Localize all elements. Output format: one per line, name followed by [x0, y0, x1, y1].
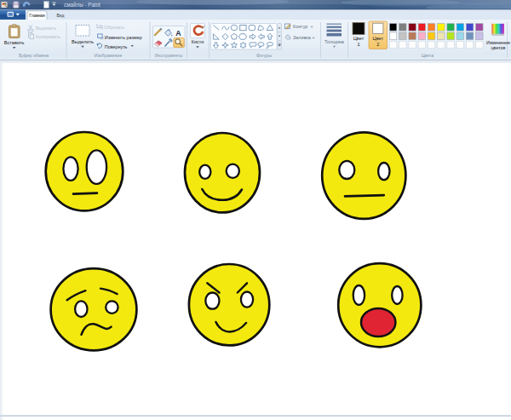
svg-text:1: 1 [357, 42, 359, 47]
svg-text:Обрезать: Обрезать [104, 25, 124, 30]
svg-text:Вставить: Вставить [4, 40, 25, 45]
svg-text:Фигуры: Фигуры [256, 53, 272, 58]
svg-text:Вырезать: Вырезать [36, 26, 56, 31]
svg-text:Копировать: Копировать [36, 34, 60, 39]
svg-text:A: A [175, 29, 181, 37]
svg-text:Главная: Главная [29, 13, 45, 18]
svg-text:Изображение: Изображение [95, 53, 123, 58]
svg-text:Кисти: Кисти [192, 39, 204, 44]
svg-text:цветов: цветов [491, 45, 506, 50]
svg-text:2: 2 [376, 42, 379, 47]
svg-text:Цвета: Цвета [422, 53, 434, 58]
svg-text:Буфер обмена: Буфер обмена [19, 53, 49, 58]
svg-text:Изменение: Изменение [486, 40, 510, 45]
svg-text:Изменить размер: Изменить размер [105, 35, 142, 40]
svg-text:Цвет: Цвет [353, 36, 365, 41]
svg-text:смайлы - Paint: смайлы - Paint [64, 2, 100, 8]
svg-text:Цвет: Цвет [373, 36, 384, 41]
svg-text:Инструменты: Инструменты [155, 53, 183, 58]
svg-text:Толщина: Толщина [324, 39, 345, 44]
svg-text:Выделить: Выделить [72, 39, 94, 44]
svg-text:Вид: Вид [56, 13, 64, 18]
svg-text:Заливка: Заливка [293, 35, 311, 40]
svg-text:Повернуть: Повернуть [105, 44, 128, 49]
svg-text:Контур: Контур [293, 24, 307, 29]
